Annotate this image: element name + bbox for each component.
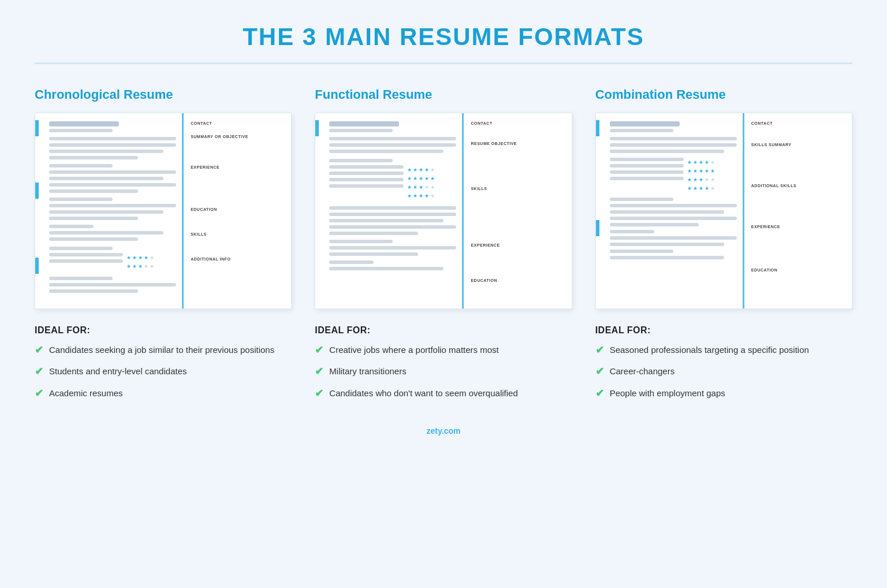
line: [329, 267, 444, 270]
check-icon: ✔: [315, 365, 323, 378]
line: [329, 206, 456, 210]
star-filled: ★: [126, 263, 131, 269]
star-filled: ★: [419, 184, 423, 190]
section-label: CONTACT: [471, 121, 564, 125]
line: [329, 150, 444, 153]
line: [610, 129, 673, 132]
star-filled: ★: [407, 167, 412, 173]
ideal-text: People with employment gaps: [610, 387, 725, 400]
ideal-for-chrono: IDEAL FOR: ✔ Candidates seeking a job si…: [35, 325, 292, 400]
line: [329, 172, 403, 175]
line: [329, 246, 456, 250]
star-filled: ★: [126, 255, 131, 260]
section-education: EDUCATION: [191, 207, 284, 213]
ideal-item: ✔ Career-changers: [595, 365, 852, 378]
blue-accent-bar-3: [35, 258, 39, 274]
star-empty: ★: [150, 255, 154, 260]
section-experience: EXPERIENCE: [751, 225, 845, 230]
resume-right-combination: CONTACT SKILLS SUMMARY ADDITIONAL SKILLS…: [744, 113, 852, 308]
star-filled: ★: [693, 159, 698, 165]
section-label: SUMMARY OR OBJECTIVE: [191, 135, 284, 139]
line: [329, 240, 393, 243]
line: [49, 156, 138, 159]
ideal-item: ✔ Candidates seeking a job similar to th…: [35, 344, 292, 357]
col-left: [610, 158, 684, 194]
section-additional-skills: ADDITIONAL SKILLS: [751, 184, 845, 189]
ideal-item: ✔ People with employment gaps: [595, 387, 852, 400]
section-label: SKILLS SUMMARY: [751, 143, 845, 147]
line: [329, 165, 403, 169]
check-icon: ✔: [315, 387, 323, 400]
line: [610, 164, 684, 168]
ideal-text: Military transitioners: [329, 365, 406, 378]
star-filled: ★: [424, 176, 429, 181]
star-empty: ★: [144, 263, 148, 269]
section-contact: CONTACT: [471, 121, 564, 126]
line: [49, 247, 113, 250]
star-empty: ★: [430, 184, 435, 190]
star-filled: ★: [699, 177, 703, 183]
star-filled: ★: [419, 176, 423, 181]
stars: ★ ★ ★ ★ ★: [687, 159, 737, 165]
line: [610, 143, 737, 147]
line: [49, 289, 138, 293]
line: [49, 170, 176, 174]
ideal-item: ✔ Candidates who don't want to seem over…: [315, 387, 572, 400]
stars: ★ ★ ★ ★ ★: [126, 263, 176, 269]
star-filled: ★: [699, 168, 703, 174]
line: [49, 231, 163, 235]
line: [329, 178, 403, 181]
star-filled: ★: [699, 185, 703, 191]
stars: ★ ★ ★ ★ ★: [687, 177, 737, 183]
section-additional: ADDITIONAL INFO: [191, 257, 284, 262]
ideal-for-title-combination: IDEAL FOR:: [595, 325, 852, 336]
star-filled: ★: [705, 168, 709, 174]
line: [329, 143, 456, 147]
star-filled: ★: [144, 255, 148, 260]
section-contact: CONTACT: [191, 121, 284, 126]
line: [49, 177, 163, 180]
section-contact: CONTACT: [751, 121, 845, 126]
star-empty: ★: [710, 185, 715, 191]
line: [610, 230, 654, 233]
chronological-title: Chronological Resume: [35, 87, 292, 102]
line: [610, 223, 699, 226]
stars: ★ ★ ★ ★ ★: [407, 193, 457, 199]
line: [329, 213, 456, 216]
star-empty: ★: [430, 193, 435, 199]
star-filled: ★: [138, 255, 143, 260]
ideal-item: ✔ Military transitioners: [315, 365, 572, 378]
line: [49, 259, 123, 263]
line: [49, 189, 138, 193]
resume-content-chrono: ★ ★ ★ ★ ★ ★ ★ ★: [43, 121, 176, 293]
two-col: ★ ★ ★ ★ ★ ★ ★ ★: [610, 158, 737, 194]
col-right: ★ ★ ★ ★ ★ ★ ★ ★: [687, 158, 737, 194]
ideal-text: Creative jobs where a portfolio matters …: [329, 344, 498, 356]
line: [49, 253, 123, 256]
section-skills: SKILLS: [471, 187, 564, 192]
check-icon: ✔: [35, 344, 43, 357]
ideal-item: ✔ Students and entry-level candidates: [35, 365, 292, 378]
line: [610, 150, 724, 153]
star-filled: ★: [407, 176, 412, 181]
ideal-item: ✔ Seasoned professionals targeting a spe…: [595, 344, 852, 357]
line: [329, 252, 418, 256]
star-filled: ★: [693, 177, 698, 183]
resume-left-chrono: ★ ★ ★ ★ ★ ★ ★ ★: [35, 113, 184, 308]
name-line: [610, 121, 680, 126]
ideal-for-title-functional: IDEAL FOR:: [315, 325, 572, 336]
star-filled: ★: [687, 185, 692, 191]
resume-right-functional: CONTACT RESUME OBJECTIVE SKILLS EXPERIEN…: [464, 113, 571, 308]
star-filled: ★: [407, 193, 412, 199]
ideal-text: Career-changers: [610, 365, 675, 378]
name-line: [49, 121, 119, 126]
line: [610, 204, 737, 207]
footer-domain: .com: [442, 426, 461, 436]
section-label: ADDITIONAL SKILLS: [751, 184, 845, 188]
line: [329, 137, 456, 140]
line: [610, 236, 737, 240]
star-filled: ★: [705, 185, 709, 191]
ideal-text: Students and entry-level candidates: [49, 365, 187, 378]
page-wrapper: THE 3 MAIN RESUME FORMATS Chronological …: [0, 0, 887, 459]
stars: ★ ★ ★ ★ ★: [687, 168, 737, 174]
